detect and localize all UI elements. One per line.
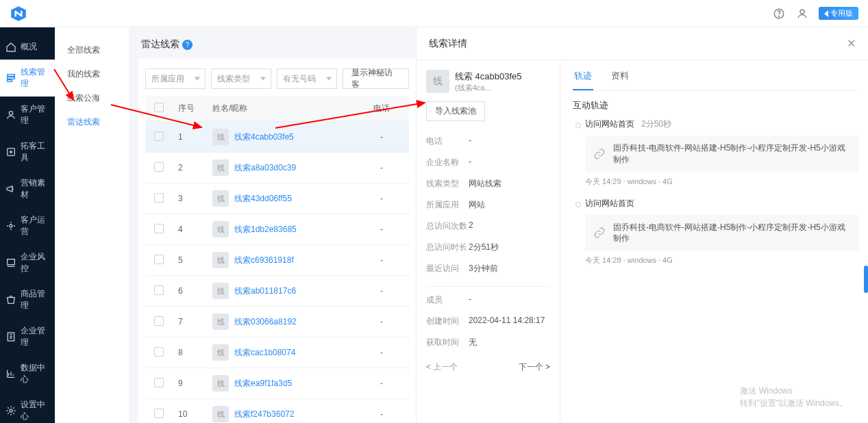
nav-clue[interactable]: 线索管理 [0,60,55,97]
link-card[interactable]: 固乔科技-电商软件-网站搭建-H5制作-小程序定制开发-H5小游戏制作 [585,215,858,252]
checkbox[interactable] [154,316,164,326]
filter-has-phone[interactable]: 有无号码 [277,68,337,89]
nav-tool[interactable]: 拓客工具 [0,133,55,170]
table-row[interactable]: 8线线索cac1b08074- [145,337,409,368]
help-icon[interactable] [772,7,786,21]
nav-chart[interactable]: 数据中心 [0,355,55,392]
timeline-item: 访问网站首页2分50秒固乔科技-电商软件-网站搭建-H5制作-小程序定制开发-H… [573,118,858,187]
content: 雷达线索 ? 所属应用 线索类型 有无号码 显示神秘访客 序号 姓名/昵称 电话 [130,27,416,423]
table-row[interactable]: 5线线索c69361918f- [145,245,409,276]
kv-key: 获取时间 [426,337,469,348]
cell-seq: 10 [173,399,207,424]
checkbox[interactable] [154,285,164,295]
nav-gear[interactable]: 设置中心 [0,392,55,423]
import-button[interactable]: 导入线索池 [426,101,485,121]
scrollbar-thumb[interactable] [864,266,868,293]
checkbox[interactable] [154,347,164,357]
kv-val: 无 [469,337,477,348]
question-icon[interactable]: ? [182,40,193,50]
svg-rect-7 [8,259,15,265]
kv-val: - [469,294,471,306]
user-icon[interactable] [795,7,809,21]
drawer: 线索详情 ✕ 线 线索 4cabb03fe5 (线索4ca... 导入线索池 电… [416,27,868,423]
clue-name-link[interactable]: 线索1db2e83685 [234,224,297,235]
subnav-item[interactable]: 全部线索 [55,38,129,62]
checkbox[interactable] [154,162,164,172]
link-icon [592,146,606,162]
kv-row: 线索类型网站线索 [426,173,550,194]
checkbox[interactable] [154,193,164,203]
clue-name-link[interactable]: 线索a8a03d0c39 [234,162,296,174]
clue-name-link[interactable]: 线索cac1b08074 [234,347,295,359]
table-row[interactable]: 6线线索ab011817c6- [145,276,409,307]
kv-key: 最近访问 [426,263,469,274]
prev-button[interactable]: < 上一个 [426,361,458,373]
svg-point-4 [9,112,12,115]
clue-name-link[interactable]: 线索ea9f1fa3d5 [234,378,292,389]
table-row[interactable]: 9线线索ea9f1fa3d5- [145,368,409,399]
checkbox[interactable] [154,224,164,233]
checkbox[interactable] [154,378,164,387]
edition-badge[interactable]: 专用版 [819,7,858,20]
filter-app[interactable]: 所属应用 [145,68,206,89]
cell-phone: - [354,183,409,214]
cell-phone: - [354,368,409,399]
page-title: 雷达线索 [141,38,179,51]
clue-name-link[interactable]: 线索c69361918f [234,255,294,266]
nav-home[interactable]: 概况 [0,34,55,60]
checkbox-all[interactable] [154,103,164,112]
nav-risk[interactable]: 企业风控 [0,244,55,281]
subnav-item[interactable]: 线索公海 [55,86,129,110]
clue-name-link[interactable]: 线索f247b36072 [234,409,294,420]
kv-key: 电话 [426,136,469,147]
table-row[interactable]: 7线线索03066a8192- [145,307,409,337]
link-card[interactable]: 固乔科技-电商软件-网站搭建-H5制作-小程序定制开发-H5小游戏制作 [585,136,858,172]
drawer-title: 线索详情 [429,38,467,50]
clue-table: 序号 姓名/昵称 电话 1线线索4cabb03fe5-2线线索a8a03d0c3… [145,96,409,423]
table-row[interactable]: 1线线索4cabb03fe5- [145,122,409,153]
clue-name-link[interactable]: 线索ab011817c6 [234,285,296,297]
tab-profile[interactable]: 资料 [610,70,630,90]
nav-label: 企业管理 [21,325,49,348]
filter-show-mystery[interactable]: 显示神秘访客 [343,68,409,89]
subnav-item[interactable]: 雷达线索 [55,110,129,134]
info-head: 线 线索 4cabb03fe5 (线索4ca... [426,70,550,93]
cell-seq: 9 [173,368,207,399]
kv-key: 总访问时长 [426,242,469,253]
next-button[interactable]: 下一个 > [519,361,550,373]
checkbox[interactable] [154,255,164,264]
tab-track[interactable]: 轨迹 [573,70,593,90]
filter-type[interactable]: 线索类型 [211,68,271,89]
nav-cust[interactable]: 客户管理 [0,97,55,133]
kv-val: 网站 [469,199,485,211]
nav-label: 拓客工具 [21,140,49,164]
nav-ent[interactable]: 企业管理 [0,318,55,355]
clue-name-link[interactable]: 线索4cabb03fe5 [234,131,294,143]
nav-label: 客户运营 [21,214,49,238]
table-row[interactable]: 4线线索1db2e83685- [145,214,409,245]
table-row[interactable]: 2线线索a8a03d0c39- [145,153,409,183]
cell-seq: 4 [173,214,207,245]
clue-name-link[interactable]: 线索43dd06ff55 [234,193,292,205]
nav-ops[interactable]: 客户运营 [0,207,55,244]
checkbox[interactable] [154,131,164,141]
nav-mega[interactable]: 营销素材 [0,170,55,207]
link-icon [592,225,606,240]
svg-point-3 [800,10,804,14]
clue-name-link[interactable]: 线索03066a8192 [234,316,297,328]
table-row[interactable]: 10线线索f247b36072- [145,399,409,424]
avatar-icon: 线 [212,375,229,392]
kv-val: 2022-04-11 14:28:17 [469,316,545,327]
kv-row: 电话- [426,131,550,152]
cell-phone: - [354,245,409,276]
nav-goods[interactable]: 商品管理 [0,281,55,318]
close-icon[interactable]: ✕ [847,37,856,50]
ops-icon [5,220,16,231]
cell-phone: - [354,337,409,368]
chart-icon [5,368,16,379]
checkbox[interactable] [154,409,164,418]
subnav-item[interactable]: 我的线索 [55,62,129,86]
logo-icon[interactable] [10,5,27,23]
table-row[interactable]: 3线线索43dd06ff55- [145,183,409,214]
avatar-icon: 线 [212,313,229,330]
